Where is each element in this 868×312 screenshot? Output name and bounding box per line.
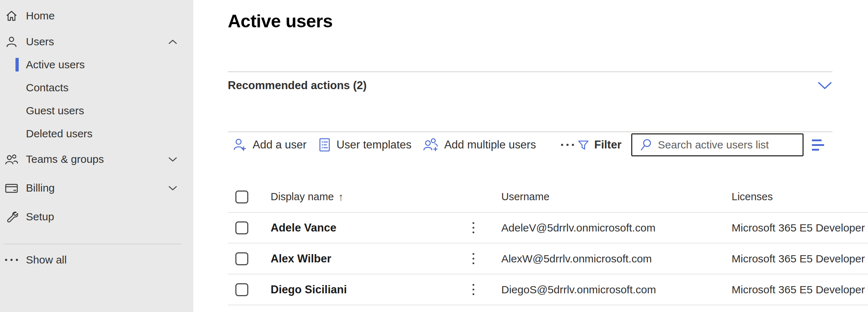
sidebar-item-label: Users — [26, 36, 54, 48]
toolbar: Add a user User templates — [228, 134, 868, 156]
filter-label: Filter — [594, 138, 621, 151]
page-title: Active users — [228, 11, 333, 32]
sidebar-item-label: Teams & groups — [26, 153, 104, 165]
search-box[interactable] — [631, 133, 804, 156]
divider — [228, 71, 832, 72]
ellipsis-icon — [561, 144, 574, 146]
toolbar-overflow-button[interactable] — [561, 144, 574, 146]
display-name: Diego Siciliani — [271, 283, 464, 296]
filter-funnel-icon — [577, 138, 590, 151]
chevron-up-icon — [168, 39, 177, 45]
column-header-username[interactable]: Username — [501, 191, 732, 203]
licenses: Microsoft 365 E5 Developer (withou — [732, 222, 868, 234]
table-row[interactable]: Alex Wilber AlexW@5drrlv.onmicrosoft.com… — [228, 244, 868, 275]
home-icon — [4, 9, 19, 22]
sidebar-item-label: Setup — [26, 211, 54, 223]
user-templates-label: User templates — [336, 138, 411, 151]
sidebar-item-label: Active users — [26, 59, 85, 71]
licenses: Microsoft 365 E5 Developer (withou — [732, 284, 868, 296]
chevron-down-icon[interactable] — [817, 81, 832, 90]
sort-lines-icon[interactable] — [812, 139, 824, 151]
credit-card-icon — [4, 182, 19, 194]
sidebar-item-label: Show all — [26, 254, 67, 266]
wrench-icon — [4, 210, 19, 223]
table-row[interactable]: Diego Siciliani DiegoS@5drrlv.onmicrosof… — [228, 275, 868, 306]
username: AdeleV@5drrlv.onmicrosoft.com — [501, 222, 732, 234]
people-icon — [4, 153, 19, 165]
sidebar-item-label: Guest users — [26, 105, 84, 117]
table-row[interactable]: Adele Vance AdeleV@5drrlv.onmicrosoft.co… — [228, 213, 868, 244]
select-all-checkbox[interactable] — [235, 191, 248, 203]
sidebar-item-label: Deleted users — [26, 128, 92, 140]
divider — [228, 131, 832, 132]
more-actions-icon[interactable] — [464, 220, 482, 235]
search-input[interactable] — [658, 139, 803, 151]
sidebar-item-label: Contacts — [26, 82, 68, 94]
username: DiegoS@5drrlv.onmicrosoft.com — [501, 284, 732, 296]
sidebar-item-teams-groups[interactable]: Teams & groups — [0, 148, 193, 171]
sidebar-item-home[interactable]: Home — [0, 4, 193, 27]
username: AlexW@5drrlv.onmicrosoft.com — [501, 253, 732, 265]
selected-indicator — [15, 58, 19, 72]
sidebar-item-billing[interactable]: Billing — [0, 176, 193, 199]
filter-button[interactable]: Filter — [577, 138, 621, 151]
add-user-label: Add a user — [253, 138, 307, 151]
sidebar-item-setup[interactable]: Setup — [0, 205, 193, 228]
ellipsis-icon — [4, 259, 19, 261]
column-header-licenses[interactable]: Licenses — [732, 191, 868, 203]
display-name: Adele Vance — [271, 221, 464, 234]
sidebar-item-label: Billing — [26, 182, 55, 194]
main-content: Active users Recommended actions (2) Add… — [193, 0, 868, 312]
add-multiple-users-button[interactable]: Add multiple users — [423, 138, 536, 152]
template-list-icon — [318, 137, 331, 152]
row-checkbox[interactable] — [235, 283, 248, 296]
recommended-actions-header[interactable]: Recommended actions (2) — [228, 75, 832, 96]
row-checkbox[interactable] — [235, 252, 248, 265]
user-icon — [4, 36, 19, 48]
active-users-table: Display name ↑ Username Licenses Adele V… — [228, 182, 868, 306]
column-header-display-name[interactable]: Display name ↑ — [271, 191, 464, 203]
search-icon — [639, 138, 653, 152]
licenses: Microsoft 365 E5 Developer (withou — [732, 253, 868, 265]
add-user-button[interactable]: Add a user — [233, 138, 307, 152]
row-checkbox[interactable] — [235, 221, 248, 234]
more-actions-icon[interactable] — [464, 282, 482, 297]
chevron-down-icon — [168, 157, 177, 162]
sidebar-item-users[interactable]: Users — [0, 30, 193, 53]
table-header-row: Display name ↑ Username Licenses — [228, 182, 868, 213]
people-add-icon — [423, 138, 439, 152]
person-add-icon — [233, 138, 247, 152]
recommended-actions-label: Recommended actions (2) — [228, 79, 367, 92]
sidebar-item-active-users[interactable]: Active users — [0, 53, 193, 76]
more-actions-icon[interactable] — [464, 251, 482, 266]
sidebar-item-guest-users[interactable]: Guest users — [0, 99, 193, 122]
sidebar-item-contacts[interactable]: Contacts — [0, 76, 193, 99]
user-templates-button[interactable]: User templates — [318, 137, 411, 152]
sidebar-item-show-all[interactable]: Show all — [0, 248, 193, 271]
sidebar-item-label: Home — [26, 10, 55, 22]
sidebar-divider — [4, 244, 182, 244]
sidebar-item-deleted-users[interactable]: Deleted users — [0, 122, 193, 145]
sort-ascending-arrow: ↑ — [338, 191, 344, 203]
sidebar: Home Users Active users Contacts Guest u… — [0, 0, 193, 312]
display-name: Alex Wilber — [271, 252, 464, 265]
chevron-down-icon — [168, 185, 177, 191]
column-label: Display name — [271, 191, 334, 203]
add-multiple-users-label: Add multiple users — [444, 138, 536, 151]
